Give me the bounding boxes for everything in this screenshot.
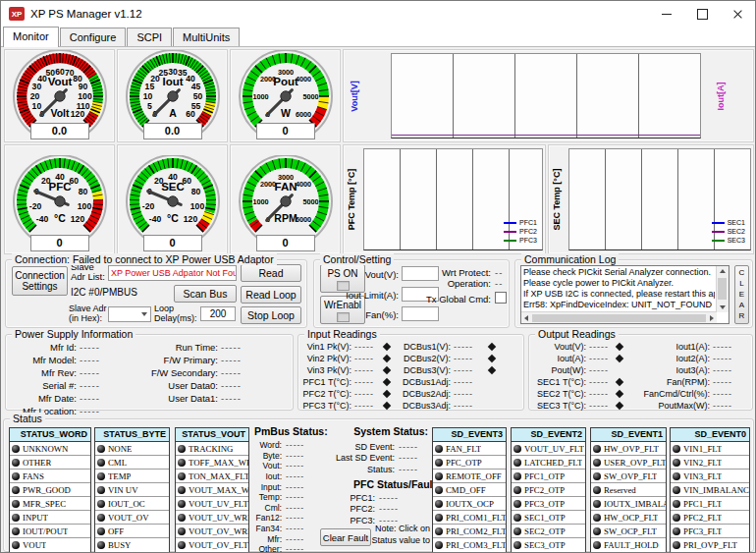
svg-text:-40: -40 [148, 214, 161, 224]
pmbus-label: Cml: [254, 503, 282, 513]
read-loop-button[interactable]: Read Loop [241, 286, 301, 304]
info-row: User Data0: ----- [134, 379, 242, 392]
diamond-indicator-icon [488, 366, 496, 374]
maximize-button[interactable] [684, 1, 720, 27]
led-indicator-icon [97, 486, 105, 494]
clear-fault-button[interactable]: Clear Fault [320, 528, 371, 546]
reading-row: Iout(A): ----- [531, 353, 622, 364]
tab-scpi[interactable]: SCPI [127, 28, 172, 46]
scan-bus-button[interactable]: Scan Bus [174, 285, 237, 303]
horizontal-scrollbar[interactable] [521, 311, 717, 323]
scroll-right-icon[interactable] [710, 315, 714, 321]
reading-value: ----- [354, 377, 384, 387]
scroll-down-icon[interactable] [720, 305, 726, 309]
comm-log-box[interactable]: Please check PICkit Serial Analyzer conn… [520, 265, 729, 324]
svg-text:PFC: PFC [48, 181, 71, 193]
pfc-fault-value[interactable]: ----- [379, 493, 399, 503]
tab-strip: Monitor Configure SCPI MultiUnits [1, 27, 755, 46]
ps-info-right-column: Run Time: ----- F/W Primary: ----- F/W S… [134, 341, 242, 405]
svg-text:6000: 6000 [295, 215, 310, 224]
vertical-scroll-thumb[interactable] [718, 278, 727, 300]
status-group: Status STATUS_WORD UNKNOWNOTHERFANSPWR_G… [3, 418, 754, 552]
led-indicator-icon [12, 500, 20, 508]
reading-value: ----- [454, 401, 489, 411]
comm-log-group-title: Communication Log [521, 253, 619, 265]
status-table-body: NONECMLTEMPVIN UVIOUT_OCVOUT_OVOFFBUSY [95, 442, 169, 552]
system-status-value[interactable]: ----- [399, 442, 418, 452]
status-row: UNKNOWN [10, 442, 90, 456]
scroll-left-icon[interactable] [524, 315, 528, 321]
info-row: User Data1: ----- [134, 392, 242, 405]
vout-set-field[interactable] [402, 266, 439, 281]
status-group-title: Status [10, 413, 45, 424]
tx-global-cmd-checkbox[interactable] [495, 292, 507, 304]
system-status-row: Last SD Event: ----- [328, 453, 428, 465]
status-flag-label: HW_OVP_FLT [604, 444, 659, 454]
connection-settings-button[interactable]: Connection Settings [12, 266, 68, 296]
pmbus-value[interactable]: ----- [286, 471, 304, 481]
operation-label: Operation: [440, 278, 491, 289]
system-status-value[interactable]: ----- [399, 465, 418, 474]
pfc-fault-value[interactable]: ----- [379, 504, 399, 514]
pmbus-value[interactable]: ----- [286, 440, 304, 450]
svg-text:60: 60 [186, 109, 195, 119]
status-row: HW_OVP_FLT [591, 442, 666, 456]
status-row: PFC2_FLT [671, 511, 749, 525]
scroll-up-icon[interactable] [720, 269, 726, 273]
read-button[interactable]: Read [241, 264, 301, 282]
pmbus-value[interactable]: ----- [286, 482, 304, 492]
minimize-button[interactable] [649, 1, 684, 27]
vout-axis-label: Vout[V] [350, 81, 359, 111]
reading-label: SEC3 T(°C): [531, 401, 586, 411]
pmbus-value[interactable]: ----- [286, 503, 304, 513]
comm-log-line: Please cycle power to PICkit Analyzer. [523, 278, 715, 289]
pmbus-value[interactable]: ----- [286, 524, 304, 533]
tab-configure[interactable]: Configure [60, 28, 127, 46]
close-button[interactable] [720, 1, 755, 27]
stop-loop-button[interactable]: Stop Loop [241, 306, 301, 324]
pfc-fault-label: PFC1: [328, 493, 375, 503]
pmbus-value[interactable]: ----- [286, 513, 304, 523]
status-byte-table: STATUS_BYTE NONECMLTEMPVIN UVIOUT_OCVOUT… [94, 427, 170, 553]
pmbus-label: Byte: [254, 451, 282, 461]
led-indicator-icon [12, 459, 20, 467]
reading-row: Vout(V): ----- [531, 341, 622, 353]
status-row: PFC1_OTP [512, 470, 585, 483]
status-flag-label: IOUTX_IMBALA.. [604, 499, 666, 509]
vertical-scrollbar[interactable] [716, 266, 729, 312]
system-status-value[interactable]: ----- [399, 453, 418, 463]
legend-line-icon [712, 222, 725, 224]
status-flag-label: IOUTX_OCP [446, 499, 494, 509]
pmbus-value[interactable]: ----- [286, 461, 304, 470]
info-row: Serial #: ----- [10, 379, 100, 392]
tab-monitor[interactable]: Monitor [3, 27, 59, 47]
pmbus-value[interactable]: ----- [286, 534, 304, 544]
pmbus-value[interactable]: ----- [286, 492, 304, 502]
horizontal-scroll-thumb[interactable] [532, 314, 706, 322]
status-row: TON_MAX_FLT [176, 470, 248, 483]
vout-iout-chart-panel: Vout[V] Iout[A] [343, 49, 754, 142]
led-indicator-icon [435, 459, 443, 467]
led-indicator-icon [673, 445, 680, 453]
info-row: Mfr Date: ----- [10, 392, 100, 405]
reading-row: PFC1 T(°C): ----- [300, 376, 390, 388]
status-row: OTHER [10, 456, 90, 470]
svg-text:90: 90 [78, 82, 87, 91]
legend-label: SEC1 [728, 219, 745, 226]
loop-delay-field[interactable]: 200 [200, 306, 236, 321]
status-flag-label: Reserved [604, 485, 636, 495]
fan-set-field[interactable] [402, 306, 439, 321]
slave-adr-dropdown[interactable] [108, 306, 151, 322]
slave-adr-list-field[interactable]: XP Power USB Adpator Not Found [108, 265, 237, 281]
info-row: F/W Secondary: ----- [134, 366, 242, 379]
pout-gauge-value: 0 [256, 123, 315, 139]
reading-value: ----- [713, 401, 732, 411]
input-readings-group-title: Input Readings [304, 328, 380, 340]
tab-multiunits[interactable]: MultiUnits [173, 28, 240, 46]
clear-log-button[interactable]: CLEAR [734, 265, 749, 324]
led-indicator-icon [178, 500, 186, 508]
svg-text:20: 20 [29, 91, 39, 101]
pmbus-value[interactable]: ----- [286, 451, 304, 461]
status-row: VOUT_MAX_WRN [176, 483, 248, 497]
pmbus-value[interactable]: ----- [286, 544, 304, 553]
